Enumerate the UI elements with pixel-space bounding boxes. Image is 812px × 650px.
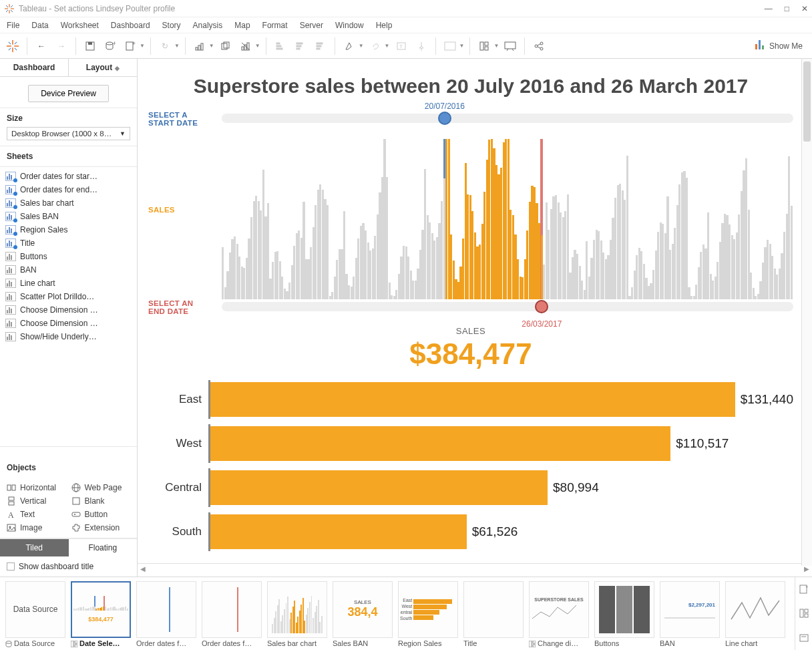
tableau-logo-icon[interactable]	[4, 37, 21, 55]
menu-format[interactable]: Format	[262, 21, 288, 30]
dropdown-icon[interactable]: ▼	[493, 43, 499, 49]
sheet-thumbnail[interactable]: Data Source	[5, 581, 65, 638]
size-dropdown[interactable]: Desktop Browser (1000 x 8…▼	[7, 127, 130, 140]
sheet-tab[interactable]: Sales BAN	[333, 639, 393, 647]
label-button[interactable]: T	[393, 37, 410, 55]
new-worksheet-icon[interactable]: +	[799, 585, 809, 594]
menu-help[interactable]: Help	[376, 21, 393, 30]
show-me-button[interactable]: Show Me	[750, 40, 808, 51]
sheet-item[interactable]: Title	[4, 236, 133, 250]
sheet-item[interactable]: Show/Hide Underly…	[4, 330, 133, 343]
dropdown-icon[interactable]: ▼	[459, 43, 465, 49]
end-date-handle[interactable]	[535, 300, 548, 313]
redo-button[interactable]: →	[53, 37, 70, 55]
new-datasource-button[interactable]: +	[102, 37, 119, 55]
sheet-thumbnail[interactable]: $2,297,201	[660, 581, 720, 638]
sheet-item[interactable]: Choose Dimension …	[4, 317, 133, 330]
menu-dashboard[interactable]: Dashboard	[111, 21, 150, 30]
sheet-tab[interactable]: Title	[463, 639, 524, 647]
sheet-item[interactable]: Scatter Plot Drilldo…	[4, 290, 133, 303]
sheet-tab[interactable]: Line chart	[725, 639, 785, 647]
object-web-page[interactable]: Web Page	[71, 483, 131, 492]
sheet-thumbnail[interactable]	[725, 581, 785, 638]
sheet-thumbnail[interactable]: EastWestentralSouth	[398, 581, 458, 638]
menu-window[interactable]: Window	[335, 21, 364, 30]
menu-story[interactable]: Story	[162, 21, 181, 30]
show-title-checkbox[interactable]	[7, 562, 15, 571]
new-worksheet-button[interactable]: +	[122, 37, 139, 55]
sheet-item[interactable]: BAN	[4, 263, 133, 277]
sheet-thumbnail[interactable]	[202, 581, 262, 638]
seg-floating[interactable]: Floating	[69, 539, 138, 556]
sort-asc-button[interactable]	[272, 37, 289, 55]
sheet-item[interactable]: Order dates for star…	[4, 170, 133, 183]
menu-server[interactable]: Server	[300, 21, 323, 30]
menu-file[interactable]: File	[7, 21, 19, 30]
sheet-thumbnail[interactable]	[463, 581, 524, 638]
new-story-icon[interactable]	[799, 633, 809, 643]
object-image[interactable]: Image	[7, 523, 66, 532]
undo-button[interactable]: ←	[33, 37, 50, 55]
menu-map[interactable]: Map	[234, 21, 250, 30]
sheet-item[interactable]: Buttons	[4, 250, 133, 263]
sheet-item[interactable]: Sales BAN	[4, 210, 133, 223]
horizontal-scrollbar[interactable]: ◀▶	[138, 563, 812, 574]
duplicate-button[interactable]	[217, 37, 234, 55]
sheet-tab[interactable]: Buttons	[594, 639, 654, 647]
share-button[interactable]	[530, 37, 548, 55]
object-button[interactable]: Button	[71, 510, 131, 519]
pin-button[interactable]	[413, 37, 430, 55]
swap-button[interactable]	[191, 37, 208, 55]
dropdown-icon[interactable]: ▼	[174, 43, 180, 49]
sheet-thumbnail[interactable]: SALES384,4	[333, 581, 393, 638]
menu-data[interactable]: Data	[31, 21, 48, 30]
sheet-item[interactable]: Sales bar chart	[4, 196, 133, 210]
dashboard-canvas[interactable]: Superstore sales between 20 July 2016 an…	[138, 59, 812, 577]
new-dashboard-icon[interactable]	[799, 609, 809, 618]
sheet-tab[interactable]: BAN	[660, 639, 720, 647]
refresh-button[interactable]: ↻	[156, 37, 174, 55]
sheet-item[interactable]: Region Sales	[4, 223, 133, 236]
dropdown-icon[interactable]: ▼	[359, 43, 364, 49]
sort-desc-button[interactable]	[292, 37, 309, 55]
sheet-tab[interactable]: Sales bar chart	[267, 639, 327, 647]
object-horizontal[interactable]: Horizontal	[7, 483, 66, 492]
sheet-thumbnail[interactable]: SUPERSTORE SALES	[529, 581, 589, 638]
object-extension[interactable]: Extension	[71, 523, 131, 532]
attach-button[interactable]	[367, 37, 384, 55]
object-vertical[interactable]: Vertical	[7, 496, 66, 506]
sheet-thumbnail[interactable]	[136, 581, 196, 638]
maximize-button[interactable]: □	[785, 4, 789, 13]
seg-tiled[interactable]: Tiled	[0, 539, 69, 556]
object-blank[interactable]: Blank	[71, 496, 131, 506]
start-date-handle[interactable]	[438, 112, 451, 125]
sheet-tab[interactable]: Region Sales	[398, 639, 458, 647]
minimize-button[interactable]: —	[765, 4, 773, 13]
sheet-item[interactable]: Order dates for end…	[4, 183, 133, 196]
device-preview-button[interactable]: Device Preview	[28, 85, 109, 102]
menu-analysis[interactable]: Analysis	[193, 21, 223, 30]
sheet-thumbnail[interactable]	[594, 581, 654, 638]
fit-button[interactable]	[441, 37, 459, 55]
sheet-tab[interactable]: Order dates f…	[202, 639, 262, 647]
end-date-track[interactable]	[222, 302, 793, 311]
tiled-floating-toggle[interactable]: Tiled Floating	[0, 538, 137, 556]
dropdown-icon[interactable]: ▼	[385, 43, 390, 49]
clear-button[interactable]	[237, 37, 254, 55]
close-button[interactable]: ✕	[801, 4, 808, 13]
vertical-scrollbar[interactable]	[801, 59, 812, 566]
dropdown-icon[interactable]: ▼	[209, 43, 214, 49]
menu-worksheet[interactable]: Worksheet	[61, 21, 99, 30]
sheet-tab[interactable]: Change di…	[529, 639, 589, 647]
totals-button[interactable]	[312, 37, 329, 55]
presentation-button[interactable]	[501, 37, 519, 55]
dropdown-icon[interactable]: ▼	[255, 43, 260, 49]
sheet-tab[interactable]: Data Source	[5, 639, 65, 647]
highlight-button[interactable]	[341, 37, 358, 55]
sheet-thumbnail[interactable]	[267, 581, 327, 638]
sheet-tab[interactable]: Date Sele…	[71, 639, 131, 647]
save-button[interactable]	[81, 37, 99, 55]
show-cards-button[interactable]	[475, 37, 493, 55]
tab-layout[interactable]: Layout◆	[69, 59, 137, 76]
sheet-tab[interactable]: Order dates f…	[136, 639, 196, 647]
